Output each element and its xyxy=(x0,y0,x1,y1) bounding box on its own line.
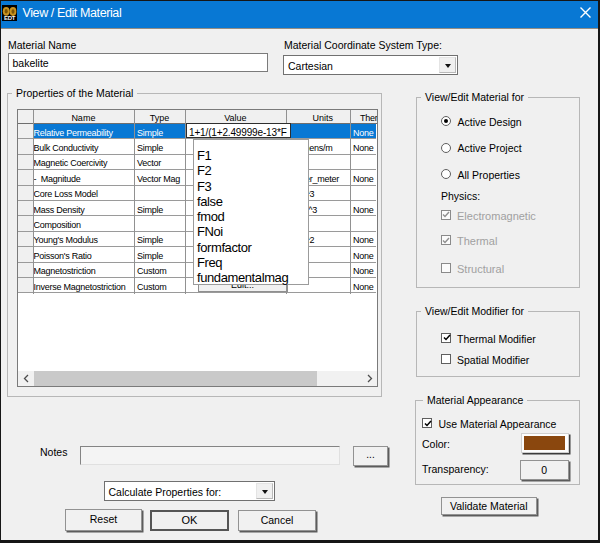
svg-text:EDT: EDT xyxy=(4,15,16,21)
